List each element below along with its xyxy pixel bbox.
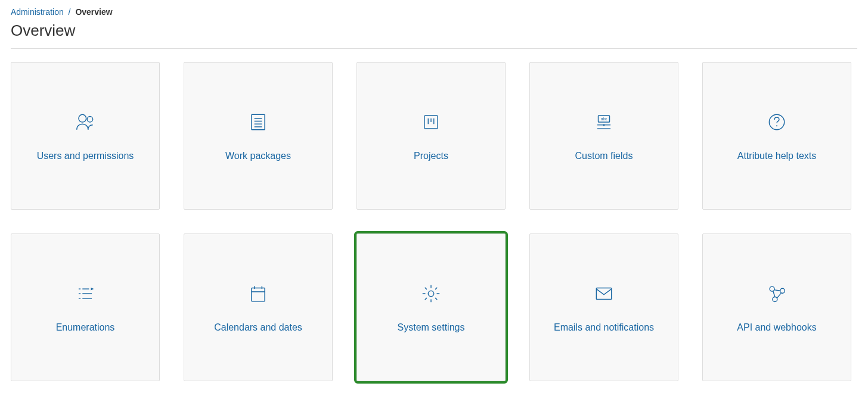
svg-point-0: [79, 114, 86, 122]
card-emails-notifications[interactable]: Emails and notifications: [529, 233, 678, 381]
svg-point-17: [776, 125, 777, 126]
cards-grid: Users and permissions Work packages Proj…: [11, 62, 857, 381]
card-label: API and webhooks: [737, 322, 816, 333]
page-title: Overview: [11, 21, 857, 40]
svg-point-31: [770, 286, 774, 291]
card-label: Enumerations: [56, 322, 115, 333]
divider: [11, 48, 857, 49]
breadcrumb: Administration / Overview: [11, 7, 857, 17]
document-icon: [247, 110, 269, 134]
list-icon: [74, 282, 97, 306]
card-custom-fields[interactable]: abc Custom fields: [529, 62, 678, 210]
card-label: Emails and notifications: [554, 322, 654, 333]
card-enumerations[interactable]: Enumerations: [11, 233, 160, 381]
svg-point-1: [87, 117, 93, 123]
svg-point-33: [773, 297, 777, 302]
card-label: Custom fields: [575, 151, 633, 161]
board-icon: [420, 110, 442, 134]
svg-point-29: [428, 291, 434, 297]
card-work-packages[interactable]: Work packages: [184, 62, 333, 210]
card-label: Work packages: [225, 151, 291, 161]
card-calendars-dates[interactable]: Calendars and dates: [184, 233, 333, 381]
users-icon: [74, 110, 97, 134]
custom-fields-icon: abc: [593, 110, 615, 134]
svg-point-14: [603, 124, 604, 126]
card-attribute-help-texts[interactable]: Attribute help texts: [702, 62, 851, 210]
svg-text:abc: abc: [601, 117, 607, 121]
breadcrumb-current: Overview: [75, 7, 112, 17]
breadcrumb-parent-link[interactable]: Administration: [11, 7, 64, 17]
card-label: Users and permissions: [37, 151, 134, 161]
card-api-webhooks[interactable]: API and webhooks: [702, 233, 851, 381]
help-icon: [765, 110, 788, 134]
card-projects[interactable]: Projects: [356, 62, 506, 210]
card-label: System settings: [398, 322, 465, 333]
card-label: Attribute help texts: [737, 151, 817, 161]
card-users-permissions[interactable]: Users and permissions: [11, 62, 160, 210]
card-label: Calendars and dates: [214, 322, 302, 333]
gear-icon: [420, 282, 442, 306]
webhook-icon: [765, 282, 788, 306]
svg-line-36: [777, 292, 782, 298]
svg-rect-25: [252, 288, 265, 301]
svg-line-34: [774, 290, 780, 291]
svg-point-32: [780, 288, 785, 293]
mail-icon: [593, 282, 615, 306]
breadcrumb-separator: /: [69, 7, 71, 17]
card-system-settings[interactable]: System settings: [356, 233, 506, 381]
svg-line-35: [773, 291, 775, 297]
svg-marker-20: [91, 288, 94, 291]
calendar-icon: [247, 282, 269, 306]
svg-rect-2: [252, 114, 265, 129]
card-label: Projects: [414, 151, 448, 161]
svg-rect-30: [596, 288, 611, 300]
